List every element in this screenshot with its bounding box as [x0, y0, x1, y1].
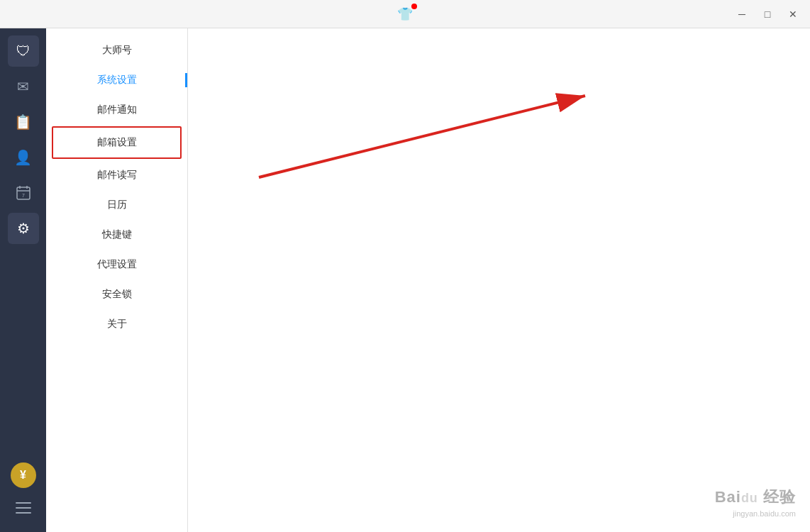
sidebar-item-mail[interactable]: ✉	[8, 71, 39, 102]
icon-sidebar: 🛡 ✉ 📋 👤 7 ⚙ ¥	[0, 28, 46, 532]
main-layout: 🛡 ✉ 📋 👤 7 ⚙ ¥ 大师号 系统设置	[0, 28, 810, 532]
svg-text:7: 7	[22, 193, 25, 198]
minimize-button[interactable]: ─	[732, 4, 752, 24]
coin-icon[interactable]: ¥	[11, 462, 36, 488]
close-button[interactable]: ✕	[783, 4, 803, 24]
title-bar: 👕 ─ □ ✕	[0, 0, 810, 28]
menu-item-security[interactable]: 安全锁	[46, 279, 187, 309]
baidu-watermark: Baidu 经验 jingyan.baidu.com	[715, 487, 796, 518]
notification-badge	[411, 4, 417, 9]
menu-item-calendar[interactable]: 日历	[46, 190, 187, 220]
maximize-button[interactable]: □	[758, 4, 777, 24]
baidu-logo: Baidu 经验	[715, 487, 796, 508]
content-area: Baidu 经验 jingyan.baidu.com	[188, 28, 810, 532]
baidu-url: jingyan.baidu.com	[733, 509, 796, 518]
menu-item-shortcut[interactable]: 快捷键	[46, 220, 187, 250]
menu-item-system[interactable]: 系统设置	[46, 65, 187, 95]
sidebar-item-calendar[interactable]: 7	[8, 177, 39, 209]
sidebar-item-contact[interactable]: 📋	[8, 106, 39, 138]
menu-line-1	[16, 502, 31, 504]
menu-item-mailbox[interactable]: 邮箱设置	[52, 126, 182, 159]
shirt-icon: 👕	[397, 6, 413, 22]
menu-item-mail-notify[interactable]: 邮件通知	[46, 95, 187, 125]
menu-item-proxy[interactable]: 代理设置	[46, 250, 187, 279]
sidebar-item-settings[interactable]: ⚙	[8, 213, 39, 244]
shirt-icon-wrap: 👕	[397, 6, 413, 22]
svg-line-6	[259, 96, 585, 177]
menu-item-about[interactable]: 关于	[46, 309, 187, 339]
window-controls: ─ □ ✕	[732, 4, 803, 24]
annotation-arrow	[188, 28, 810, 532]
sidebar-item-shield[interactable]: 🛡	[8, 35, 39, 67]
settings-sidebar: 大师号 系统设置 邮件通知 邮箱设置 邮件读写 日历 快捷键 代理设置 安全锁 …	[46, 28, 188, 532]
menu-item-mail-compose[interactable]: 邮件读写	[46, 160, 187, 190]
sidebar-item-user[interactable]: 👤	[8, 142, 39, 173]
menu-item-master[interactable]: 大师号	[46, 35, 187, 65]
active-indicator	[185, 73, 187, 87]
hamburger-menu-icon[interactable]	[8, 492, 39, 523]
sidebar-bottom: ¥	[8, 462, 39, 532]
menu-line-3	[16, 512, 31, 514]
menu-line-2	[16, 507, 31, 509]
